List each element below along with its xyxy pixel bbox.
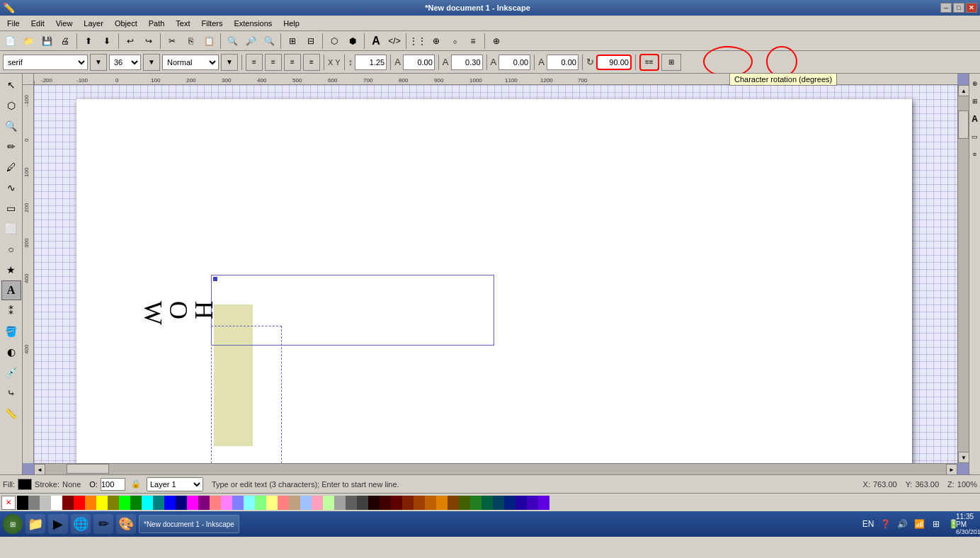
taskbar-inkscape-window[interactable]: *New document 1 - Inkscape <box>139 515 239 533</box>
spray-tool[interactable]: ⁑ <box>1 301 21 321</box>
font-style-select[interactable]: Normal <box>162 55 219 70</box>
vertical-scrollbar[interactable]: ▲ ▼ <box>957 85 969 463</box>
measure-tool[interactable]: 📏 <box>1 404 21 423</box>
start-button[interactable]: ⊞ <box>3 514 23 534</box>
color-none-button[interactable]: ✕ <box>1 496 16 510</box>
color-swatch[interactable] <box>334 496 346 510</box>
color-swatch[interactable] <box>74 496 85 510</box>
cut-button[interactable]: ✂ <box>164 33 181 50</box>
color-swatch[interactable] <box>459 496 470 510</box>
menu-help[interactable]: Help <box>278 18 305 29</box>
save-button[interactable]: 💾 <box>38 33 55 50</box>
color-swatch[interactable] <box>28 496 40 510</box>
color-swatch[interactable] <box>357 496 368 510</box>
color-swatch[interactable] <box>244 496 255 510</box>
menu-layer[interactable]: Layer <box>78 18 109 29</box>
font-size-dropdown[interactable]: ▼ <box>143 54 160 71</box>
color-swatch[interactable] <box>515 496 527 510</box>
color-swatch[interactable] <box>255 496 266 510</box>
font-family-select[interactable]: serif <box>3 55 88 70</box>
word-spacing-input[interactable] <box>451 55 483 70</box>
star-tool[interactable]: ★ <box>1 260 21 280</box>
color-swatch[interactable] <box>414 496 425 510</box>
undo-button[interactable]: ↩ <box>122 33 139 50</box>
maximize-button[interactable]: □ <box>953 3 964 13</box>
menu-extensions[interactable]: Extensions <box>228 18 278 29</box>
opacity-input[interactable] <box>101 478 125 491</box>
color-swatch[interactable] <box>164 496 176 510</box>
right-text-btn[interactable]: A <box>970 110 980 127</box>
menu-path[interactable]: Path <box>143 18 171 29</box>
color-swatch[interactable] <box>51 496 62 510</box>
nodes-button[interactable]: ⬡ <box>326 33 343 50</box>
layers-btn[interactable]: ≡ <box>465 33 482 50</box>
close-button[interactable]: ✕ <box>966 3 977 13</box>
taskbar-media-icon[interactable]: ▶ <box>48 514 68 534</box>
selector-tool[interactable]: ↖ <box>1 75 21 95</box>
color-swatch[interactable] <box>108 496 119 510</box>
menu-edit[interactable]: Edit <box>25 18 50 29</box>
paths-button[interactable]: ⬢ <box>344 33 361 50</box>
text-columns-button[interactable]: ⊞ <box>661 54 681 71</box>
color-swatch[interactable] <box>391 496 402 510</box>
horizontal-scrollbar[interactable]: ◄ ► <box>34 463 957 474</box>
scroll-up-button[interactable]: ▲ <box>958 85 969 96</box>
color-swatch[interactable] <box>300 496 312 510</box>
menu-view[interactable]: View <box>50 18 79 29</box>
layer-select[interactable]: Layer 1 <box>147 477 203 491</box>
export-button[interactable]: ⬇ <box>98 33 115 50</box>
open-button[interactable]: 📁 <box>20 33 37 50</box>
text-flow-button[interactable]: ≡≡ <box>639 54 659 71</box>
import-button[interactable]: ⬆ <box>80 33 97 50</box>
print-button[interactable]: 🖨 <box>57 33 74 50</box>
color-swatch[interactable] <box>289 496 300 510</box>
new-button[interactable]: 📄 <box>1 33 18 50</box>
color-swatch[interactable] <box>278 496 289 510</box>
circle-tool[interactable]: ○ <box>1 239 21 259</box>
canvas-viewport[interactable]: H O W <box>34 85 957 463</box>
color-swatch[interactable] <box>266 496 278 510</box>
menu-text[interactable]: Text <box>170 18 195 29</box>
pencil-tool[interactable]: ✏ <box>1 137 21 156</box>
color-swatch[interactable] <box>323 496 334 510</box>
color-swatch[interactable] <box>130 496 142 510</box>
color-swatch[interactable] <box>402 496 414 510</box>
color-swatch[interactable] <box>312 496 323 510</box>
align-center-button[interactable]: ≡ <box>265 54 282 71</box>
transform-btn[interactable]: ⊕ <box>428 33 445 50</box>
right-grid-btn[interactable]: ⊞ <box>970 93 980 110</box>
color-swatch[interactable] <box>85 496 96 510</box>
taskbar-explorer-icon[interactable]: 📁 <box>25 514 45 534</box>
network-icon[interactable]: 📶 <box>912 517 926 531</box>
zoom-tool[interactable]: 🔍 <box>1 116 21 136</box>
scroll-left-button[interactable]: ◄ <box>34 464 45 474</box>
color-swatch[interactable] <box>448 496 459 510</box>
pen-tool[interactable]: 🖊 <box>1 157 21 177</box>
menu-filters[interactable]: Filters <box>196 18 229 29</box>
rectangle-tool[interactable]: ▭ <box>1 198 21 218</box>
align-right-button[interactable]: ≡ <box>284 54 301 71</box>
color-swatch[interactable] <box>153 496 164 510</box>
align-justify-button[interactable]: ≡ <box>303 54 320 71</box>
scroll-h-track[interactable] <box>45 464 946 474</box>
color-swatch[interactable] <box>380 496 391 510</box>
color-swatch[interactable] <box>187 496 198 510</box>
zoom-out-button[interactable]: 🔍 <box>261 33 278 50</box>
color-swatch[interactable] <box>436 496 448 510</box>
snap-btn[interactable]: ⊕ <box>488 33 505 50</box>
text-tool[interactable]: A <box>1 280 21 300</box>
right-box-btn[interactable]: ▭ <box>970 128 980 145</box>
scroll-h-thumb[interactable] <box>67 464 109 474</box>
color-swatch[interactable] <box>221 496 232 510</box>
copy-button[interactable]: ⎘ <box>182 33 199 50</box>
color-swatch[interactable] <box>17 496 28 510</box>
speaker-icon[interactable]: 🔊 <box>895 517 909 531</box>
language-indicator[interactable]: EN <box>861 517 875 531</box>
horiz-kern-input[interactable] <box>498 55 530 70</box>
zoom-in-button[interactable]: 🔎 <box>242 33 259 50</box>
letter-spacing-input[interactable] <box>403 55 435 70</box>
color-swatch[interactable] <box>527 496 538 510</box>
color-swatch[interactable] <box>40 496 51 510</box>
font-family-dropdown[interactable]: ▼ <box>90 54 107 71</box>
color-swatch[interactable] <box>198 496 210 510</box>
